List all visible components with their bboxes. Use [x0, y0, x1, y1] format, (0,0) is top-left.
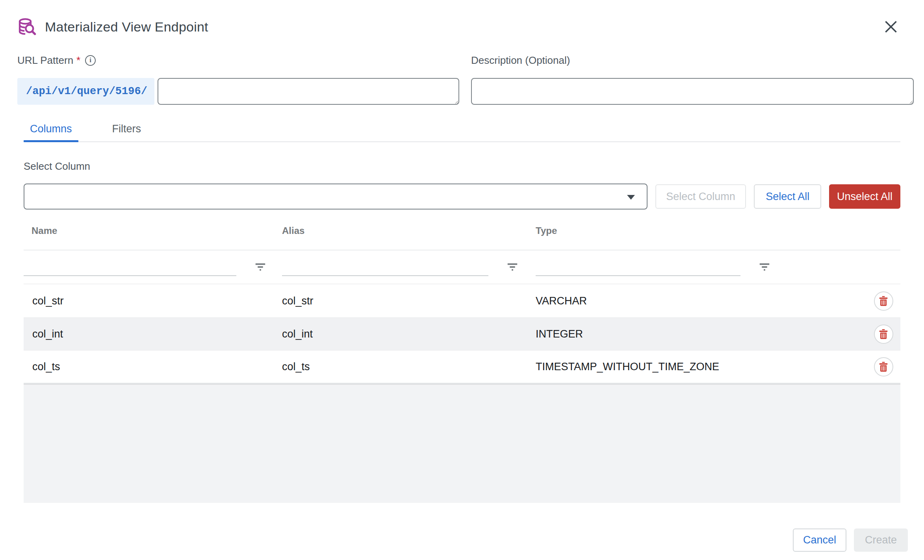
cell-alias: col_str	[282, 295, 536, 307]
description-field: Description (Optional)	[471, 54, 914, 105]
cell-name: col_str	[24, 295, 282, 307]
select-column-button[interactable]: Select Column	[655, 184, 746, 209]
filter-icon[interactable]	[759, 263, 770, 271]
column-header-name: Name	[24, 225, 282, 236]
cell-type: INTEGER	[536, 328, 866, 340]
cell-name: col_ts	[24, 361, 282, 373]
table-row: col_ts col_ts TIMESTAMP_WITHOUT_TIME_ZON…	[24, 350, 900, 384]
create-button[interactable]: Create	[854, 528, 908, 552]
select-all-button[interactable]: Select All	[754, 184, 821, 209]
name-filter-input[interactable]	[24, 258, 236, 276]
cell-name: col_int	[24, 328, 282, 340]
tab-bar: Columns Filters	[24, 123, 900, 142]
table-row: col_str col_str VARCHAR	[24, 284, 900, 317]
close-icon	[883, 19, 899, 35]
column-header-alias: Alias	[282, 225, 536, 236]
cell-type: VARCHAR	[536, 295, 866, 307]
delete-row-button[interactable]	[874, 325, 893, 344]
chevron-down-icon	[627, 195, 635, 200]
unselect-all-button[interactable]: Unselect All	[829, 184, 900, 209]
dialog-title: Materialized View Endpoint	[45, 19, 208, 35]
table-header-row: Name Alias Type	[24, 225, 900, 250]
cell-type: TIMESTAMP_WITHOUT_TIME_ZONE	[536, 361, 866, 373]
close-button[interactable]	[881, 17, 901, 37]
materialized-view-endpoint-dialog: Materialized View Endpoint URL Pattern *…	[0, 0, 924, 560]
info-icon[interactable]: i	[85, 55, 96, 66]
filter-icon[interactable]	[507, 263, 518, 271]
required-asterisk: *	[76, 54, 80, 67]
column-selector-row: Select Column Select All Unselect All	[24, 184, 900, 210]
trash-icon	[879, 362, 888, 372]
cell-alias: col_int	[282, 328, 536, 340]
url-prefix: /api/v1/query/5196/	[17, 78, 154, 105]
dialog-footer: Cancel Create	[793, 528, 908, 552]
url-pattern-label: URL Pattern	[17, 54, 73, 67]
delete-row-button[interactable]	[874, 357, 893, 376]
tab-filters[interactable]: Filters	[106, 123, 148, 141]
trash-icon	[879, 296, 888, 306]
dialog-header: Materialized View Endpoint	[0, 0, 924, 37]
description-input[interactable]	[471, 78, 914, 105]
column-header-type: Type	[536, 225, 866, 236]
description-label: Description (Optional)	[471, 54, 570, 67]
alias-filter-input[interactable]	[282, 258, 488, 276]
url-pattern-input[interactable]	[158, 78, 459, 105]
select-column-label: Select Column	[24, 160, 900, 172]
columns-table: Name Alias Type	[24, 225, 900, 503]
tab-columns[interactable]: Columns	[24, 123, 78, 141]
filter-icon[interactable]	[254, 263, 266, 271]
trash-icon	[879, 329, 888, 339]
columns-tab-content: Select Column Select Column Select All U…	[0, 160, 924, 503]
url-pattern-field: URL Pattern * i /api/v1/query/5196/	[17, 54, 459, 105]
table-filter-row	[24, 250, 900, 284]
cancel-button[interactable]: Cancel	[793, 528, 846, 552]
form-row: URL Pattern * i /api/v1/query/5196/ Desc…	[0, 37, 924, 105]
cell-alias: col_ts	[282, 361, 536, 373]
database-search-icon	[17, 17, 36, 36]
type-filter-input[interactable]	[536, 258, 740, 276]
table-row: col_int col_int INTEGER	[24, 317, 900, 350]
empty-table-area	[24, 384, 900, 503]
select-column-dropdown[interactable]	[24, 184, 648, 210]
delete-row-button[interactable]	[874, 291, 893, 311]
